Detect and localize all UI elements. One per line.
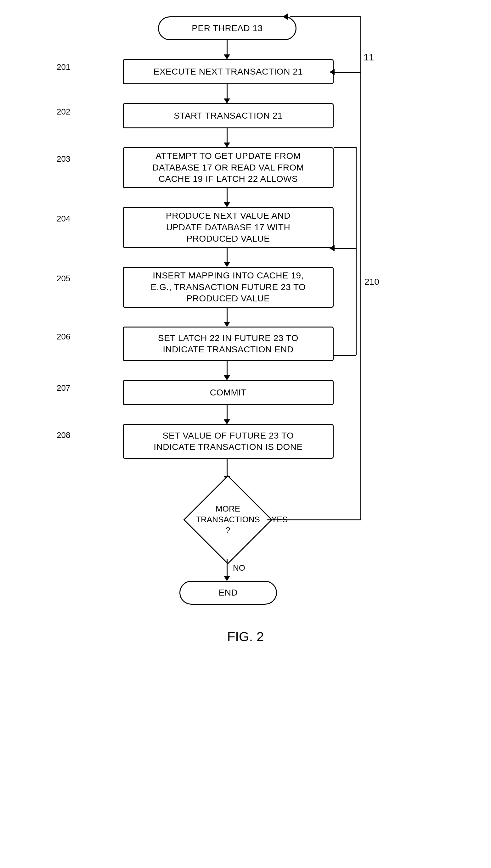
arrowhead-bracket	[283, 13, 288, 20]
bracket-right-h	[290, 17, 360, 17]
bracket-210-side-v	[356, 147, 356, 355]
arrow-start-201	[227, 40, 228, 56]
node-202: START TRANSACTION 21	[123, 103, 334, 128]
node-201-text: EXECUTE NEXT TRANSACTION 21	[153, 66, 303, 78]
arrow-201-202	[227, 84, 228, 100]
arrowhead-start-201	[224, 54, 230, 59]
arrow-yes-h	[267, 519, 361, 520]
node-206-text: SET LATCH 22 IN FUTURE 23 TO INDICATE TR…	[158, 333, 298, 356]
fig-caption-text: FIG. 2	[227, 629, 264, 644]
arrowhead-204-205	[224, 262, 230, 267]
bracket-210-label: 210	[365, 277, 379, 287]
arrow-203-204	[227, 188, 228, 204]
arrowhead-202-203	[224, 143, 230, 148]
arrowhead-201-202	[224, 98, 230, 103]
arrowhead-no	[224, 576, 230, 581]
node-207-text: COMMIT	[210, 387, 247, 398]
end-label: END	[219, 587, 238, 598]
arrow-202-203	[227, 128, 228, 144]
node-205-text: INSERT MAPPING INTO CACHE 19, E.G., TRAN…	[151, 270, 306, 304]
arrow-208-diamond	[227, 459, 228, 478]
fig-caption: FIG. 2	[189, 629, 302, 644]
arrowhead-203-204	[224, 202, 230, 207]
arrowhead-205-206	[224, 322, 230, 327]
arrowhead-206-207	[224, 375, 230, 380]
arrow-204-205	[227, 248, 228, 264]
node-204: PRODUCE NEXT VALUE AND UPDATE DATABASE 1…	[123, 207, 334, 248]
end-node: END	[179, 581, 277, 605]
step-203-label: 203	[57, 154, 70, 164]
node-205: INSERT MAPPING INTO CACHE 19, E.G., TRAN…	[123, 267, 334, 308]
arrowhead-207-208	[224, 419, 230, 424]
bracket-210-mid-h	[334, 248, 356, 249]
arrow-yes-top-h	[334, 72, 361, 73]
node-203-text: ATTEMPT TO GET UPDATE FROM DATABASE 17 O…	[152, 150, 304, 185]
step-201-label: 201	[57, 62, 70, 72]
arrow-207-208	[227, 405, 228, 421]
start-node: PER THREAD 13	[158, 17, 296, 40]
node-208: SET VALUE OF FUTURE 23 TO INDICATE TRANS…	[123, 424, 334, 459]
step-208-label: 208	[57, 430, 70, 440]
arrowhead-yes-top	[329, 69, 335, 75]
node-201: EXECUTE NEXT TRANSACTION 21	[123, 59, 334, 84]
arrow-206-207	[227, 361, 228, 377]
diamond-node: MORE TRANSACTIONS ?	[189, 481, 267, 559]
arrow-yes-v	[360, 59, 361, 519]
no-label: NO	[233, 563, 245, 573]
diagram-ref-label: 11	[364, 52, 374, 63]
bracket-right-v	[360, 17, 361, 60]
step-204-label: 204	[57, 214, 70, 224]
diamond-text: MORE TRANSACTIONS ?	[196, 504, 260, 535]
node-204-text: PRODUCE NEXT VALUE AND UPDATE DATABASE 1…	[166, 210, 290, 244]
node-207: COMMIT	[123, 380, 334, 405]
bracket-210-bot-h	[334, 355, 356, 356]
step-202-label: 202	[57, 107, 70, 117]
arrow-no-v	[227, 559, 228, 578]
step-205-label: 205	[57, 274, 70, 283]
node-208-text: SET VALUE OF FUTURE 23 TO INDICATE TRANS…	[153, 430, 302, 453]
node-203: ATTEMPT TO GET UPDATE FROM DATABASE 17 O…	[123, 147, 334, 188]
diagram: PER THREAD 13 201 EXECUTE NEXT TRANSACTI…	[0, 0, 491, 868]
arrow-205-206	[227, 308, 228, 323]
node-202-text: START TRANSACTION 21	[174, 110, 283, 121]
node-206: SET LATCH 22 IN FUTURE 23 TO INDICATE TR…	[123, 327, 334, 361]
start-label: PER THREAD 13	[192, 23, 262, 34]
bracket-210-top-h	[334, 147, 356, 148]
step-207-label: 207	[57, 383, 70, 393]
step-206-label: 206	[57, 332, 70, 342]
arrowhead-bracket-210	[329, 245, 335, 251]
